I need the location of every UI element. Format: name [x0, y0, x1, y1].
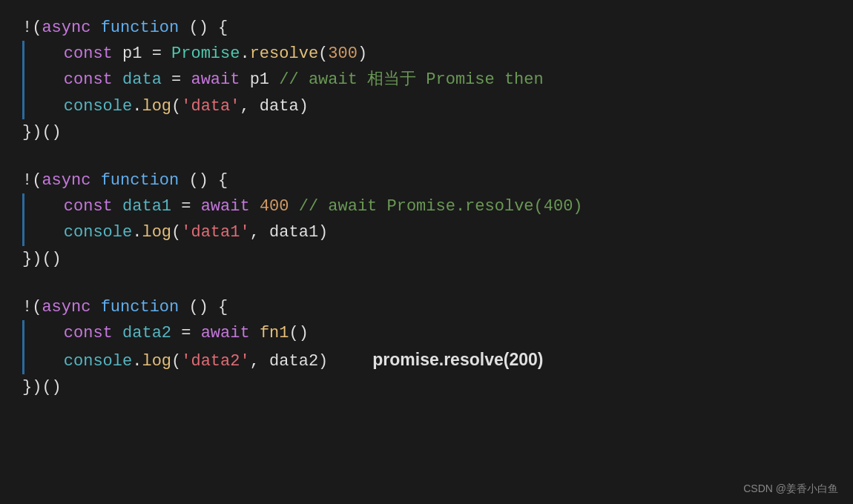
- code-block-3: !(async function () { const data2 = awai…: [22, 294, 831, 401]
- block2-lines: const data1 = await 400 // await Promise…: [24, 193, 831, 245]
- block3-lines: const data2 = await fn1() console.log('d…: [24, 320, 831, 374]
- block1-closing: })(): [22, 119, 831, 145]
- block3-line2: console.log('data2', data2) promise.reso…: [24, 346, 831, 374]
- block1-opening: !(async function () {: [22, 15, 831, 41]
- block3-body: const data2 = await fn1() console.log('d…: [22, 320, 831, 374]
- block1-line2: const data = await p1 // await 相当于 Promi…: [24, 67, 831, 93]
- code-block-2: !(async function () { const data1 = awai…: [22, 168, 831, 272]
- block3-closing: })(): [22, 374, 831, 400]
- block2-line2: console.log('data1', data1): [24, 219, 831, 245]
- block3-line1: const data2 = await fn1(): [24, 320, 831, 346]
- block1-line3: console.log('data', data): [24, 93, 831, 119]
- block2-body: const data1 = await 400 // await Promise…: [22, 193, 831, 245]
- block2-opening: !(async function () {: [22, 168, 831, 193]
- block2-line1: const data1 = await 400 // await Promise…: [24, 193, 831, 219]
- block3-opening: !(async function () {: [22, 294, 831, 320]
- code-block-1: !(async function () { const p1 = Promise…: [22, 15, 831, 145]
- block1-line1: const p1 = Promise.resolve(300): [24, 41, 831, 67]
- watermark: CSDN @姜香小白鱼: [743, 480, 838, 497]
- code-container: !(async function () { const p1 = Promise…: [0, 0, 853, 437]
- block1-lines: const p1 = Promise.resolve(300) const da…: [24, 41, 831, 119]
- block1-body: const p1 = Promise.resolve(300) const da…: [22, 41, 831, 119]
- block2-closing: })(): [22, 246, 831, 272]
